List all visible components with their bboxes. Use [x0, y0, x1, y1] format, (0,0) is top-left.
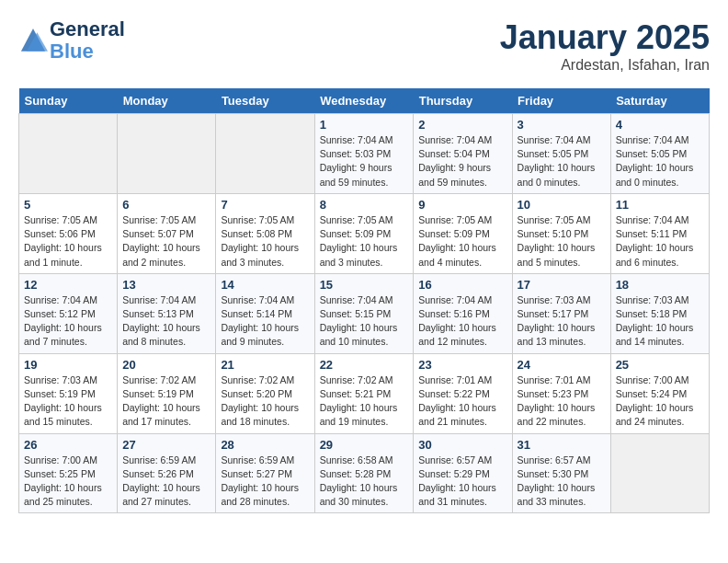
calendar-cell: 14Sunrise: 7:04 AMSunset: 5:14 PMDayligh… — [216, 273, 314, 353]
calendar-cell: 12Sunrise: 7:04 AMSunset: 5:12 PMDayligh… — [19, 273, 118, 353]
day-info: Sunrise: 7:05 AMSunset: 5:10 PMDaylight:… — [518, 213, 606, 270]
calendar-cell: 21Sunrise: 7:02 AMSunset: 5:20 PMDayligh… — [216, 353, 314, 433]
day-info: Sunrise: 7:05 AMSunset: 5:09 PMDaylight:… — [320, 213, 409, 270]
day-info: Sunrise: 7:04 AMSunset: 5:14 PMDaylight:… — [221, 293, 309, 350]
day-number: 8 — [320, 198, 409, 212]
day-number: 1 — [320, 118, 409, 132]
day-number: 31 — [518, 438, 606, 452]
calendar-cell: 18Sunrise: 7:03 AMSunset: 5:18 PMDayligh… — [610, 273, 709, 353]
day-info: Sunrise: 7:02 AMSunset: 5:19 PMDaylight:… — [122, 373, 210, 430]
day-info: Sunrise: 7:05 AMSunset: 5:09 PMDaylight:… — [418, 213, 506, 270]
day-number: 30 — [418, 438, 506, 452]
page-header: General Blue January 2025 Ardestan, Isfa… — [18, 18, 710, 74]
day-number: 18 — [616, 278, 704, 292]
day-info: Sunrise: 7:03 AMSunset: 5:19 PMDaylight:… — [24, 373, 112, 430]
day-info: Sunrise: 6:57 AMSunset: 5:29 PMDaylight:… — [418, 454, 506, 510]
day-number: 2 — [418, 118, 506, 132]
day-info: Sunrise: 7:00 AMSunset: 5:24 PMDaylight:… — [616, 373, 704, 430]
calendar-cell: 7Sunrise: 7:05 AMSunset: 5:08 PMDaylight… — [216, 193, 314, 273]
calendar-cell: 13Sunrise: 7:04 AMSunset: 5:13 PMDayligh… — [118, 273, 216, 353]
weekday-header-row: SundayMondayTuesdayWednesdayThursdayFrid… — [19, 88, 710, 114]
calendar-cell: 31Sunrise: 6:57 AMSunset: 5:30 PMDayligh… — [512, 433, 610, 513]
weekday-header-tuesday: Tuesday — [216, 88, 314, 114]
calendar-cell: 9Sunrise: 7:05 AMSunset: 5:09 PMDaylight… — [414, 193, 512, 273]
calendar-cell: 27Sunrise: 6:59 AMSunset: 5:26 PMDayligh… — [118, 433, 216, 513]
day-info: Sunrise: 7:04 AMSunset: 5:05 PMDaylight:… — [616, 133, 704, 190]
day-info: Sunrise: 7:02 AMSunset: 5:20 PMDaylight:… — [221, 373, 309, 430]
calendar-cell: 22Sunrise: 7:02 AMSunset: 5:21 PMDayligh… — [314, 353, 414, 433]
day-number: 10 — [518, 198, 606, 212]
weekday-header-friday: Friday — [512, 88, 610, 114]
calendar-cell: 19Sunrise: 7:03 AMSunset: 5:19 PMDayligh… — [19, 353, 118, 433]
calendar-cell: 26Sunrise: 7:00 AMSunset: 5:25 PMDayligh… — [19, 433, 118, 513]
day-number: 17 — [518, 278, 606, 292]
calendar-cell — [216, 114, 314, 194]
week-row-3: 12Sunrise: 7:04 AMSunset: 5:12 PMDayligh… — [19, 273, 710, 353]
calendar-cell: 28Sunrise: 6:59 AMSunset: 5:27 PMDayligh… — [216, 433, 314, 513]
logo-icon — [18, 26, 48, 55]
week-row-5: 26Sunrise: 7:00 AMSunset: 5:25 PMDayligh… — [19, 433, 710, 513]
day-info: Sunrise: 6:58 AMSunset: 5:28 PMDaylight:… — [320, 454, 409, 510]
day-number: 4 — [616, 118, 704, 132]
calendar-cell: 6Sunrise: 7:05 AMSunset: 5:07 PMDaylight… — [118, 193, 216, 273]
calendar-cell: 5Sunrise: 7:05 AMSunset: 5:06 PMDaylight… — [19, 193, 118, 273]
day-number: 19 — [24, 358, 112, 372]
day-number: 11 — [616, 198, 704, 212]
day-number: 9 — [418, 198, 506, 212]
calendar-cell: 11Sunrise: 7:04 AMSunset: 5:11 PMDayligh… — [610, 193, 709, 273]
day-info: Sunrise: 6:57 AMSunset: 5:30 PMDaylight:… — [518, 454, 606, 510]
calendar-cell: 15Sunrise: 7:04 AMSunset: 5:15 PMDayligh… — [314, 273, 414, 353]
title-block: January 2025 Ardestan, Isfahan, Iran — [500, 18, 710, 74]
calendar-cell: 4Sunrise: 7:04 AMSunset: 5:05 PMDaylight… — [610, 114, 709, 194]
calendar-cell — [118, 114, 216, 194]
day-info: Sunrise: 6:59 AMSunset: 5:26 PMDaylight:… — [122, 454, 210, 510]
day-number: 24 — [518, 358, 606, 372]
week-row-4: 19Sunrise: 7:03 AMSunset: 5:19 PMDayligh… — [19, 353, 710, 433]
day-number: 20 — [122, 358, 210, 372]
day-info: Sunrise: 7:04 AMSunset: 5:15 PMDaylight:… — [320, 293, 409, 350]
day-number: 15 — [320, 278, 409, 292]
day-number: 5 — [24, 198, 112, 212]
weekday-header-monday: Monday — [118, 88, 216, 114]
day-number: 23 — [418, 358, 506, 372]
day-number: 26 — [24, 438, 112, 452]
calendar-cell — [19, 114, 118, 194]
week-row-1: 1Sunrise: 7:04 AMSunset: 5:03 PMDaylight… — [19, 114, 710, 194]
calendar-cell: 25Sunrise: 7:00 AMSunset: 5:24 PMDayligh… — [610, 353, 709, 433]
day-info: Sunrise: 7:01 AMSunset: 5:22 PMDaylight:… — [418, 373, 506, 430]
day-number: 25 — [616, 358, 704, 372]
week-row-2: 5Sunrise: 7:05 AMSunset: 5:06 PMDaylight… — [19, 193, 710, 273]
logo: General Blue — [18, 18, 125, 63]
month-title: January 2025 — [500, 18, 710, 57]
calendar-cell: 23Sunrise: 7:01 AMSunset: 5:22 PMDayligh… — [414, 353, 512, 433]
day-info: Sunrise: 7:04 AMSunset: 5:13 PMDaylight:… — [122, 293, 210, 350]
day-info: Sunrise: 7:05 AMSunset: 5:06 PMDaylight:… — [24, 213, 112, 270]
calendar-cell: 29Sunrise: 6:58 AMSunset: 5:28 PMDayligh… — [314, 433, 414, 513]
day-number: 3 — [518, 118, 606, 132]
calendar-cell — [610, 433, 709, 513]
calendar-cell: 3Sunrise: 7:04 AMSunset: 5:05 PMDaylight… — [512, 114, 610, 194]
calendar-table: SundayMondayTuesdayWednesdayThursdayFrid… — [18, 88, 710, 513]
day-number: 14 — [221, 278, 309, 292]
day-number: 22 — [320, 358, 409, 372]
day-info: Sunrise: 7:05 AMSunset: 5:08 PMDaylight:… — [221, 213, 309, 270]
day-number: 27 — [122, 438, 210, 452]
day-info: Sunrise: 7:04 AMSunset: 5:04 PMDaylight:… — [418, 133, 506, 190]
calendar-cell: 20Sunrise: 7:02 AMSunset: 5:19 PMDayligh… — [118, 353, 216, 433]
day-info: Sunrise: 7:04 AMSunset: 5:12 PMDaylight:… — [24, 293, 112, 350]
calendar-cell: 1Sunrise: 7:04 AMSunset: 5:03 PMDaylight… — [314, 114, 414, 194]
day-info: Sunrise: 7:04 AMSunset: 5:05 PMDaylight:… — [518, 133, 606, 190]
day-number: 7 — [221, 198, 309, 212]
day-info: Sunrise: 7:02 AMSunset: 5:21 PMDaylight:… — [320, 373, 409, 430]
day-number: 12 — [24, 278, 112, 292]
weekday-header-sunday: Sunday — [19, 88, 118, 114]
day-info: Sunrise: 7:04 AMSunset: 5:03 PMDaylight:… — [320, 133, 409, 190]
calendar-cell: 10Sunrise: 7:05 AMSunset: 5:10 PMDayligh… — [512, 193, 610, 273]
day-number: 21 — [221, 358, 309, 372]
day-number: 29 — [320, 438, 409, 452]
calendar-cell: 2Sunrise: 7:04 AMSunset: 5:04 PMDaylight… — [414, 114, 512, 194]
day-info: Sunrise: 7:04 AMSunset: 5:16 PMDaylight:… — [418, 293, 506, 350]
day-info: Sunrise: 7:01 AMSunset: 5:23 PMDaylight:… — [518, 373, 606, 430]
calendar-cell: 8Sunrise: 7:05 AMSunset: 5:09 PMDaylight… — [314, 193, 414, 273]
calendar-cell: 24Sunrise: 7:01 AMSunset: 5:23 PMDayligh… — [512, 353, 610, 433]
